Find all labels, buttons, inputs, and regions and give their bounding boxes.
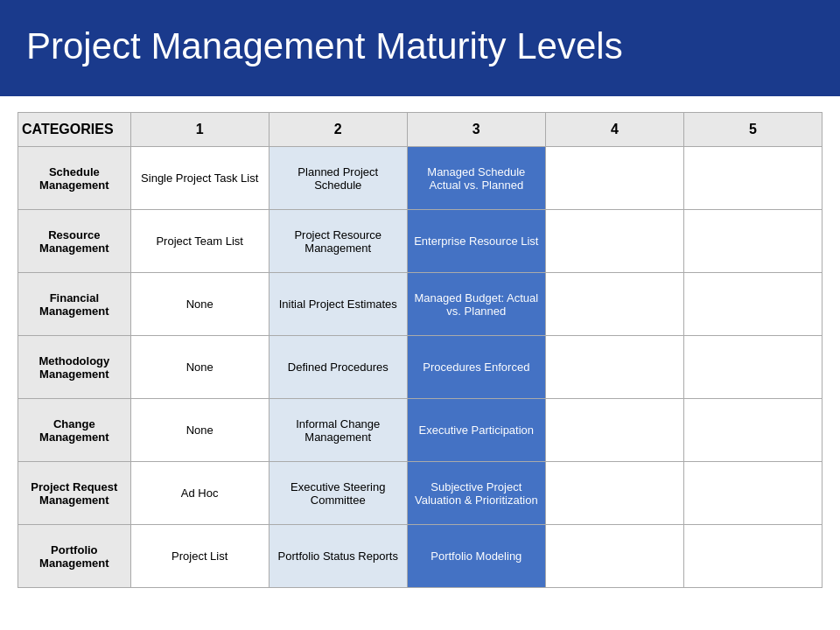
table-cell: None bbox=[130, 399, 269, 462]
row-label: Resource Management bbox=[18, 210, 131, 273]
table-cell bbox=[545, 525, 683, 588]
table-row: Project Request ManagementAd HocExecutiv… bbox=[18, 462, 822, 525]
table-header-row: CATEGORIES 1 2 3 4 5 bbox=[18, 113, 822, 147]
table-cell: None bbox=[130, 336, 269, 399]
table-cell: Managed Schedule Actual vs. Planned bbox=[407, 147, 545, 210]
table-cell bbox=[545, 336, 683, 399]
page-header: Project Management Maturity Levels bbox=[0, 0, 840, 96]
table-cell: Ad Hoc bbox=[130, 462, 269, 525]
table-row: Portfolio ManagementProject ListPortfoli… bbox=[18, 525, 822, 588]
table-row: Methodology ManagementNoneDefined Proced… bbox=[18, 336, 822, 399]
table-row: Resource ManagementProject Team ListProj… bbox=[18, 210, 822, 273]
table-cell: Planned Project Schedule bbox=[269, 147, 407, 210]
table-cell: Project Resource Management bbox=[269, 210, 407, 273]
table-cell bbox=[545, 399, 683, 462]
table-cell: Procedures Enforced bbox=[407, 336, 545, 399]
table-cell: Executive Steering Committee bbox=[269, 462, 407, 525]
table-cell bbox=[683, 210, 822, 273]
table-cell: Project Team List bbox=[130, 210, 269, 273]
table-cell: None bbox=[130, 273, 269, 336]
table-cell: Managed Budget: Actual vs. Planned bbox=[407, 273, 545, 336]
col-header-3: 3 bbox=[407, 113, 545, 147]
table-cell: Enterprise Resource List bbox=[407, 210, 545, 273]
table-cell bbox=[545, 462, 683, 525]
table-cell: Project List bbox=[130, 525, 269, 588]
col-header-2: 2 bbox=[269, 113, 407, 147]
table-cell bbox=[545, 210, 683, 273]
table-cell bbox=[683, 462, 822, 525]
table-cell bbox=[683, 525, 822, 588]
table-cell: Portfolio Modeling bbox=[407, 525, 545, 588]
row-label: Financial Management bbox=[18, 273, 131, 336]
col-header-5: 5 bbox=[683, 113, 822, 147]
table-cell: Informal Change Management bbox=[269, 399, 407, 462]
row-label: Change Management bbox=[18, 399, 131, 462]
table-cell: Portfolio Status Reports bbox=[269, 525, 407, 588]
table-row: Financial ManagementNoneInitial Project … bbox=[18, 273, 822, 336]
table-row: Schedule ManagementSingle Project Task L… bbox=[18, 147, 822, 210]
col-header-categories: CATEGORIES bbox=[18, 113, 131, 147]
col-header-1: 1 bbox=[130, 113, 269, 147]
maturity-table: CATEGORIES 1 2 3 4 5 Schedule Management… bbox=[18, 112, 822, 588]
table-cell: Executive Participation bbox=[407, 399, 545, 462]
table-cell: Defined Procedures bbox=[269, 336, 407, 399]
table-cell bbox=[683, 336, 822, 399]
row-label: Methodology Management bbox=[18, 336, 131, 399]
page-title: Project Management Maturity Levels bbox=[26, 25, 623, 67]
table-cell: Single Project Task List bbox=[130, 147, 269, 210]
table-row: Change ManagementNoneInformal Change Man… bbox=[18, 399, 822, 462]
table-cell bbox=[683, 273, 822, 336]
row-label: Project Request Management bbox=[18, 462, 131, 525]
table-cell bbox=[683, 399, 822, 462]
row-label: Schedule Management bbox=[18, 147, 131, 210]
table-cell bbox=[545, 273, 683, 336]
table-cell: Subjective Project Valuation & Prioritiz… bbox=[407, 462, 545, 525]
row-label: Portfolio Management bbox=[18, 525, 131, 588]
table-cell bbox=[545, 147, 683, 210]
table-cell: Initial Project Estimates bbox=[269, 273, 407, 336]
col-header-4: 4 bbox=[545, 113, 683, 147]
table-container: CATEGORIES 1 2 3 4 5 Schedule Management… bbox=[0, 96, 840, 604]
table-cell bbox=[683, 147, 822, 210]
